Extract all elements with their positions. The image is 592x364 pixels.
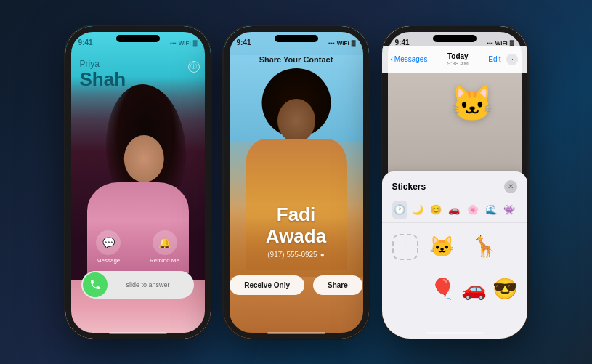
contact-first-name: Fadi — [224, 204, 369, 226]
stickers-header: Stickers ✕ — [382, 171, 527, 198]
close-icon: ✕ — [508, 182, 514, 190]
remind-icon: 🔔 — [153, 230, 177, 255]
slide-text: slide to answer — [108, 281, 194, 288]
battery-icon-2: ▓ — [352, 40, 356, 46]
home-indicator-3 — [426, 332, 484, 334]
signal-icon: ▪▪▪ — [170, 40, 177, 46]
wifi-icon: WiFi — [179, 40, 191, 46]
header-actions: Edit ··· — [488, 54, 518, 65]
status-time-3: 9:41 — [395, 39, 410, 46]
back-chevron-icon: ‹ — [391, 55, 393, 63]
edit-button[interactable]: Edit — [488, 55, 500, 63]
more-icon: ··· — [510, 56, 515, 62]
share-button[interactable]: Share — [313, 275, 362, 295]
phone-1-wrapper: 9:41 ▪▪▪ WiFi ▓ Priya Shah ⓘ — [65, 26, 211, 339]
date-label: Today — [447, 52, 469, 60]
status-time-2: 9:41 — [237, 39, 251, 46]
stickers-row-1: + 🐱 🦒 — [382, 223, 527, 268]
sticker-cool-cat[interactable]: 😎 — [492, 271, 518, 307]
dynamic-island — [116, 35, 160, 42]
sticker-tab-recent[interactable]: 🕐 — [392, 201, 407, 219]
stickers-row-2: 🎈 🚗 😎 — [382, 268, 527, 310]
phone-3-wrapper: 9:41 ▪▪▪ WiFi ▓ ‹ Messages Today 9:38 AM — [382, 26, 527, 339]
phone-2-wrapper: 9:41 ▪▪▪ WiFi ▓ Share Your Contact — [224, 26, 369, 339]
phone-1: 9:41 ▪▪▪ WiFi ▓ Priya Shah ⓘ — [65, 26, 211, 339]
message-label: Message — [97, 257, 120, 264]
phone-3: 9:41 ▪▪▪ WiFi ▓ ‹ Messages Today 9:38 AM — [382, 26, 527, 339]
answer-phone-icon — [83, 272, 108, 297]
sticker-tab-alien[interactable]: 👾 — [501, 201, 516, 219]
sticker-tab-flower[interactable]: 🌸 — [465, 201, 480, 219]
share-buttons-row: Receive Only Share — [224, 275, 369, 295]
slide-to-answer[interactable]: slide to answer — [81, 271, 194, 299]
dynamic-island-3 — [433, 35, 477, 42]
phone-icon — [89, 279, 101, 291]
face-1 — [123, 135, 163, 182]
status-time-1: 9:41 — [78, 39, 93, 46]
sticker-cat[interactable]: 🐱 — [424, 229, 461, 265]
remind-me-button[interactable]: 🔔 Remind Me — [150, 230, 179, 264]
messages-header: ‹ Messages Today 9:38 AM Edit ··· — [382, 46, 527, 73]
status-icons-1: ▪▪▪ WiFi ▓ — [170, 40, 197, 46]
share-contact-header: Share Your Contact — [224, 55, 369, 64]
face-2 — [277, 99, 315, 142]
sticker-balloon[interactable]: 🎈 — [430, 271, 455, 307]
wifi-icon-3: WiFi — [495, 40, 508, 46]
phone-2: 9:41 ▪▪▪ WiFi ▓ Share Your Contact — [224, 26, 369, 339]
sticker-tab-wave[interactable]: 🌊 — [483, 201, 498, 219]
wifi-icon-2: WiFi — [337, 40, 349, 46]
phone-3-background: 9:41 ▪▪▪ WiFi ▓ ‹ Messages Today 9:38 AM — [382, 26, 527, 339]
stickers-panel: Stickers ✕ 🕐 🌙 😊 🚗 🌸 🌊 👾 — [382, 171, 527, 339]
phone-1-background: 9:41 ▪▪▪ WiFi ▓ Priya Shah ⓘ — [65, 26, 211, 339]
contact-name-area: Fadi Awada (917) 555-0925 ● — [224, 204, 369, 259]
back-label: Messages — [394, 55, 428, 63]
status-icons-2: ▪▪▪ WiFi ▓ — [328, 40, 355, 46]
message-button[interactable]: 💬 Message — [96, 230, 121, 264]
sticker-tab-moon[interactable]: 🌙 — [410, 201, 426, 219]
call-buttons-row: 💬 Message 🔔 Remind Me — [96, 230, 179, 264]
battery-icon-3: ▓ — [510, 40, 514, 46]
conversation-time: 9:38 AM — [447, 60, 469, 67]
status-icons-3: ▪▪▪ WiFi ▓ — [487, 40, 514, 46]
stickers-close-button[interactable]: ✕ — [504, 180, 517, 193]
phone-circle-icon: ● — [320, 251, 325, 259]
home-indicator-2 — [267, 332, 325, 334]
receive-only-button[interactable]: Receive Only — [230, 275, 304, 295]
battery-icon: ▓ — [193, 40, 198, 46]
signal-icon-2: ▪▪▪ — [328, 40, 335, 46]
remind-label: Remind Me — [150, 257, 179, 264]
signal-icon-3: ▪▪▪ — [487, 40, 493, 46]
sticker-red-car[interactable]: 🚗 — [461, 271, 487, 307]
info-icon[interactable]: ⓘ — [188, 61, 200, 73]
dynamic-island-2 — [275, 35, 318, 42]
cat-emoji: 🐱 — [450, 84, 494, 124]
contact-last-name: Awada — [224, 226, 369, 248]
stickers-title: Stickers — [392, 182, 426, 192]
conversation-info: Today 9:38 AM — [447, 52, 469, 67]
sticker-tab-car[interactable]: 🚗 — [447, 201, 462, 219]
stickers-tabs: 🕐 🌙 😊 🚗 🌸 🌊 👾 — [382, 198, 527, 223]
back-button[interactable]: ‹ Messages — [391, 55, 428, 63]
contact-phone-number: (917) 555-0925 ● — [224, 251, 369, 259]
more-button[interactable]: ··· — [506, 54, 518, 65]
add-sticker-button[interactable]: + — [392, 234, 418, 260]
call-actions: 💬 Message 🔔 Remind Me slide to answer — [65, 230, 211, 299]
sticker-tab-emoji[interactable]: 😊 — [429, 201, 444, 219]
message-icon: 💬 — [96, 230, 121, 255]
home-indicator-1 — [109, 332, 167, 334]
sticker-giraffe[interactable]: 🦒 — [466, 229, 503, 265]
phone-2-background: 9:41 ▪▪▪ WiFi ▓ Share Your Contact — [224, 26, 369, 339]
